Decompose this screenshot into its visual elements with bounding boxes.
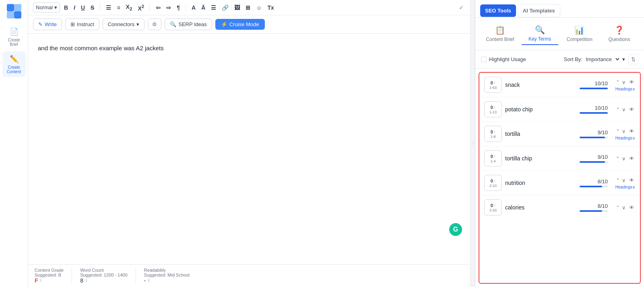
resize-handle[interactable]: ⋮: [470, 0, 475, 287]
term-counter[interactable]: 0 ↑ 1-13: [484, 101, 502, 117]
view-button[interactable]: 👁: [628, 204, 635, 211]
term-counter[interactable]: 0 ↑ 2-20: [484, 199, 502, 215]
readability-status: Readability Suggested: Mid School - ↑: [136, 268, 198, 284]
settings-button[interactable]: ⚙: [148, 18, 161, 30]
expand-toolbar-button[interactable]: ✓: [457, 4, 465, 12]
chevron-down-icon: ▾: [622, 56, 625, 62]
term-icons: " ∨ 👁: [616, 155, 635, 162]
instruct-button[interactable]: ⊞ Instruct: [65, 18, 99, 30]
term-range: 2-20: [489, 208, 497, 212]
superscript-button[interactable]: X2: [136, 3, 146, 12]
count-up-icon: ↑: [494, 130, 496, 134]
align-left-button[interactable]: ⇦: [154, 4, 162, 12]
sort-select[interactable]: Importance Alphabetical Score: [584, 56, 621, 63]
cruise-mode-button[interactable]: ⚡ Cruise Mode: [215, 19, 265, 30]
term-score-area: 8/10: [580, 178, 608, 187]
expand-button[interactable]: ∨: [621, 78, 627, 86]
score-bar-background: [580, 88, 608, 89]
clear-format-button[interactable]: Tx: [266, 4, 276, 12]
count-value: 0: [491, 178, 493, 183]
headings-tag[interactable]: Headings∨: [615, 185, 635, 189]
seo-tools-tab[interactable]: SEO Tools: [480, 4, 516, 17]
term-actions: " ∨ 👁 Headings∨: [611, 78, 635, 91]
grammarly-badge[interactable]: G: [449, 223, 462, 236]
score-bar-background: [580, 161, 608, 163]
expand-button[interactable]: ∨: [621, 155, 627, 162]
filter-button[interactable]: ⇅: [628, 54, 638, 64]
panel-top-tabs: SEO Tools AI Templates: [475, 0, 644, 18]
nav-key-terms[interactable]: 🔍 Key Terms: [522, 23, 558, 45]
term-row: 0 ↑ 2-20 calories 8/10 " ∨ 👁: [479, 195, 640, 219]
image-button[interactable]: 🖼: [233, 4, 242, 12]
view-button[interactable]: 👁: [628, 106, 635, 113]
highlight-usage-label[interactable]: Highlight Usage: [481, 56, 526, 62]
term-name: snack: [505, 82, 576, 88]
readability-value: - ↑: [144, 277, 190, 284]
score-bar-fill: [580, 210, 602, 212]
italic-button[interactable]: I: [72, 4, 77, 12]
indent-button[interactable]: ¶: [175, 4, 182, 12]
quote-button[interactable]: ": [616, 78, 619, 86]
sort-control: Sort By: Importance Alphabetical Score ▾: [564, 56, 625, 63]
nav-questions[interactable]: ❓ Questions: [601, 23, 638, 45]
headings-tag[interactable]: Headings∨: [615, 136, 635, 140]
term-range: 1-8: [490, 135, 495, 139]
expand-button[interactable]: ∨: [621, 106, 627, 113]
term-counter[interactable]: 0 ↑ 1-4: [484, 150, 502, 166]
expand-button[interactable]: ∨: [621, 127, 627, 135]
divider-3: [186, 4, 186, 12]
expand-button[interactable]: ∨: [621, 204, 627, 211]
ai-templates-tab[interactable]: AI Templates: [518, 4, 560, 17]
count-up-icon: ↑: [494, 203, 496, 207]
questions-icon: ❓: [614, 25, 624, 35]
nav-competition[interactable]: 📊 Competition: [561, 23, 598, 45]
term-counter[interactable]: 0 ↑ 1-63: [484, 77, 502, 93]
nav-content-brief[interactable]: 📋 Content Brief: [482, 23, 518, 45]
editor-content-area[interactable]: and the most common example was A2 jacke…: [28, 34, 470, 264]
quote-button[interactable]: ": [616, 106, 619, 113]
word-count-value: 8 ↑: [80, 277, 127, 284]
write-button[interactable]: ✎ Write: [33, 18, 62, 30]
align-justify-button[interactable]: ☰: [209, 4, 218, 12]
write-icon: ✎: [38, 21, 43, 27]
connectors-button[interactable]: Connectors ▾: [103, 18, 144, 30]
sidebar-item-create-brief[interactable]: 📄 Create Brief: [2, 24, 26, 50]
term-counter[interactable]: 0 ↑ 1-8: [484, 126, 502, 142]
quote-button[interactable]: ": [616, 127, 619, 135]
formatting-toolbar: Normal ▾ B I U S ☰ ≡ X2 X2 ⇦ ⇨ ¶ A Ā ☰ 🔗…: [28, 0, 470, 15]
term-icons: " ∨ 👁: [616, 176, 635, 184]
strikethrough-button[interactable]: S: [89, 4, 96, 12]
emoji-button[interactable]: ☺: [254, 4, 263, 12]
headings-tag[interactable]: Headings∨: [615, 87, 635, 91]
align-right-button[interactable]: ⇨: [165, 4, 173, 12]
view-button[interactable]: 👁: [628, 176, 635, 184]
right-panel: SEO Tools AI Templates 📋 Content Brief 🔍…: [475, 0, 644, 287]
sidebar-item-create-content[interactable]: ✏️ Create Content: [2, 51, 26, 77]
serp-ideas-button[interactable]: 🔍 SERP Ideas: [165, 18, 212, 30]
view-button[interactable]: 👁: [628, 127, 635, 135]
quote-button[interactable]: ": [616, 155, 619, 162]
highlight-checkbox[interactable]: [481, 57, 487, 62]
text-color-button[interactable]: A: [190, 4, 197, 12]
competition-icon: 📊: [574, 25, 584, 35]
view-button[interactable]: 👁: [628, 78, 635, 86]
link-button[interactable]: 🔗: [220, 4, 230, 12]
grade-value: F ↑: [35, 277, 64, 284]
ordered-list-button[interactable]: ☰: [104, 4, 113, 12]
divider-1: [100, 4, 100, 12]
term-icons: " ∨ 👁: [616, 106, 635, 113]
quote-button[interactable]: ": [616, 204, 619, 211]
text-highlight-button[interactable]: Ā: [200, 4, 207, 12]
expand-button[interactable]: ∨: [621, 176, 627, 184]
term-icons: " ∨ 👁: [616, 78, 635, 86]
term-score-area: 8/10: [580, 203, 608, 212]
unordered-list-button[interactable]: ≡: [115, 4, 122, 12]
subscript-button[interactable]: X2: [124, 3, 134, 12]
view-button[interactable]: 👁: [628, 155, 635, 162]
table-button[interactable]: ⊞: [244, 4, 252, 12]
format-select[interactable]: Normal ▾: [33, 2, 60, 12]
underline-button[interactable]: U: [79, 4, 87, 12]
quote-button[interactable]: ": [616, 176, 619, 184]
bold-button[interactable]: B: [62, 4, 70, 12]
term-counter[interactable]: 0 ↑ 2-10: [484, 175, 502, 191]
